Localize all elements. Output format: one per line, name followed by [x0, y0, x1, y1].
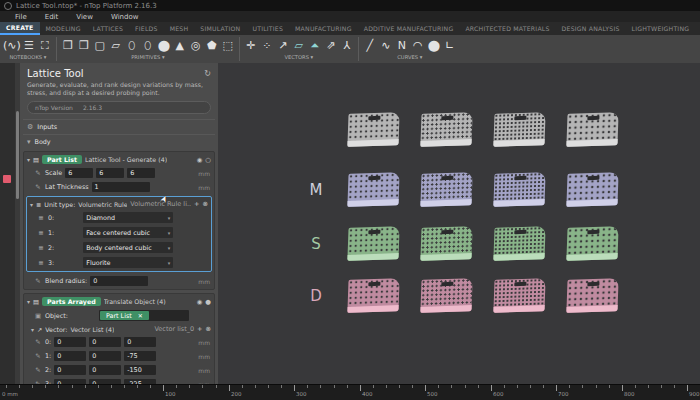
cone-icon[interactable]: ▲: [172, 38, 188, 53]
vector-list-header[interactable]: ▾ ↗ Vector: Vector List (4) Vector list_…: [25, 323, 213, 335]
tab-topology-optimization[interactable]: TOPOLOGY OPTIMIZATION: [695, 22, 700, 35]
lattice-block[interactable]: [566, 278, 618, 313]
menu-view[interactable]: View: [67, 13, 102, 21]
pentagon-prism-icon[interactable]: ⬟: [204, 38, 220, 53]
chip-remove-icon[interactable]: ✕: [138, 312, 143, 319]
panel-scrollbar[interactable]: [15, 63, 20, 385]
vector-y-field[interactable]: 0: [89, 365, 121, 375]
add-item-icon[interactable]: +: [194, 200, 199, 208]
sphere-solid-icon[interactable]: ⬤: [426, 38, 442, 53]
box-rotated-icon[interactable]: ❒: [76, 38, 92, 53]
spline-icon[interactable]: ∿: [378, 38, 394, 53]
unit-cell-dropdown[interactable]: Face centered cubic▾: [83, 227, 173, 238]
menu-window[interactable]: Window: [102, 13, 148, 21]
remove-icon[interactable]: ⊗: [203, 200, 208, 208]
chevron-down-icon[interactable]: ▾: [31, 326, 34, 333]
unit-cell-dropdown[interactable]: Diamond▾: [83, 212, 173, 223]
tab-fields[interactable]: FIELDS: [129, 22, 164, 35]
3d-viewport[interactable]: MSD: [218, 63, 700, 385]
toolbar-group-label-notebooks[interactable]: NOTEBOOKS ▾: [3, 54, 53, 60]
point-cloud-icon[interactable]: ⁘: [259, 38, 275, 53]
scale-x-field[interactable]: 6: [65, 168, 93, 178]
vector-z-field[interactable]: -75: [124, 351, 156, 361]
lattice-block[interactable]: [347, 278, 399, 313]
unit-cell-dropdown[interactable]: Fluorite▾: [83, 257, 173, 268]
toolbar-group-label-vectors[interactable]: VECTORS ▾: [243, 54, 355, 60]
torus-icon[interactable]: ◎: [188, 38, 204, 53]
toggle-icon[interactable]: ●: [205, 298, 211, 306]
lattice-block[interactable]: [420, 172, 472, 207]
tab-mesh[interactable]: MESH: [164, 22, 195, 35]
lattice-block[interactable]: [347, 112, 399, 147]
tab-manufacturing[interactable]: MANUFACTURING: [289, 22, 358, 35]
tab-architected-materials[interactable]: ARCHITECTED MATERIALS: [459, 22, 555, 35]
axis-triad-icon[interactable]: ⅄: [339, 38, 355, 53]
tab-design-analysis[interactable]: DESIGN ANALYSIS: [556, 22, 626, 35]
object-part-list-chip[interactable]: Part List ✕: [100, 311, 149, 320]
two-point-vector-icon[interactable]: ⇗: [323, 38, 339, 53]
tab-lightweighting[interactable]: LIGHTWEIGHTING: [626, 22, 696, 35]
unit-type-header[interactable]: ▾ ≣ Unit type: Volumetric Rule List (4) …: [28, 198, 210, 210]
unit-cell-dropdown[interactable]: Body centered cubic▾: [83, 242, 173, 253]
lattice-block[interactable]: [347, 226, 399, 261]
parts-arrayed-header[interactable]: ▾ ▤ Parts Arrayed Translate Object (4) ◉…: [25, 295, 213, 308]
tab-create[interactable]: CREATE: [0, 22, 40, 35]
line-icon[interactable]: ╱: [362, 38, 378, 53]
tab-modeling[interactable]: MODELING: [40, 22, 87, 35]
lat-thickness-field[interactable]: 1: [92, 182, 150, 192]
wireframe-box-icon[interactable]: ⬚: [220, 38, 236, 53]
tab-simulation[interactable]: SIMULATION: [194, 22, 246, 35]
lattice-block[interactable]: [566, 112, 618, 147]
plane-icon[interactable]: ▱: [291, 38, 307, 53]
scale-z-field[interactable]: 6: [127, 168, 155, 178]
notebook-marker[interactable]: [3, 175, 11, 183]
lattice-block[interactable]: [493, 226, 545, 261]
lattice-block[interactable]: [347, 172, 399, 207]
vector-y-field[interactable]: 0: [89, 351, 121, 361]
vector-arrow-icon[interactable]: ↗: [275, 38, 291, 53]
tab-lattices[interactable]: LATTICES: [87, 22, 129, 35]
inputs-row[interactable]: ⚙ Inputs: [23, 119, 215, 134]
lattice-block[interactable]: [420, 278, 472, 313]
lattice-block[interactable]: [420, 112, 472, 147]
part-list-badge[interactable]: Part List: [42, 155, 82, 164]
menu-edit[interactable]: Edit: [36, 13, 68, 21]
shapes-group-icon[interactable]: ⛶: [37, 38, 53, 53]
visibility-icon[interactable]: ◉: [197, 298, 203, 306]
notebook-list-icon[interactable]: ☰: [21, 38, 37, 53]
remove-icon[interactable]: ⊗: [206, 325, 211, 333]
blend-radius-field[interactable]: 0: [90, 276, 148, 286]
lattice-block[interactable]: [420, 226, 472, 261]
nurbs-curve-icon[interactable]: Ν: [394, 38, 410, 53]
toolbar-group-label-curves[interactable]: CURVES ▾: [362, 54, 458, 60]
part-list-header[interactable]: ▾ ▤ Part List Lattice Tool - Generate (4…: [25, 153, 213, 166]
scale-y-field[interactable]: 6: [96, 168, 124, 178]
lattice-block[interactable]: [566, 172, 618, 207]
vector-z-field[interactable]: 0: [124, 337, 156, 347]
history-icon[interactable]: ↻: [204, 69, 211, 78]
ntop-logo-icon[interactable]: (∿): [3, 38, 21, 53]
cylinder-tall-icon[interactable]: ⬯: [140, 38, 156, 53]
chevron-down-icon[interactable]: ▾: [27, 156, 30, 163]
tab-utilities[interactable]: UTILITIES: [246, 22, 289, 35]
chevron-down-icon[interactable]: ▾: [30, 201, 33, 208]
chevron-down-icon[interactable]: ▾: [27, 138, 31, 146]
vector-x-field[interactable]: 0: [54, 351, 86, 361]
box-rounded-icon[interactable]: ▢: [92, 38, 108, 53]
cylinder-icon[interactable]: ⬯: [124, 38, 140, 53]
add-item-icon[interactable]: +: [197, 325, 202, 333]
scrollbar-thumb[interactable]: [16, 111, 19, 199]
point-icon[interactable]: ✛: [243, 38, 259, 53]
visibility-icon[interactable]: ◉: [197, 156, 203, 164]
box-icon[interactable]: ❒: [60, 38, 76, 53]
box-skewed-icon[interactable]: ▱: [108, 38, 124, 53]
vector-x-field[interactable]: 0: [54, 337, 86, 347]
lattice-block[interactable]: [493, 112, 545, 147]
parts-arrayed-badge[interactable]: Parts Arrayed: [42, 297, 101, 306]
lattice-block[interactable]: [566, 226, 618, 261]
lattice-block[interactable]: [493, 278, 545, 313]
vector-x-field[interactable]: 0: [54, 365, 86, 375]
lattice-block[interactable]: [493, 172, 545, 207]
toolbar-group-label-primitives[interactable]: PRIMITIVES ▾: [60, 54, 236, 60]
tab-additive-manufacturing[interactable]: ADDITIVE MANUFACTURING: [358, 22, 460, 35]
